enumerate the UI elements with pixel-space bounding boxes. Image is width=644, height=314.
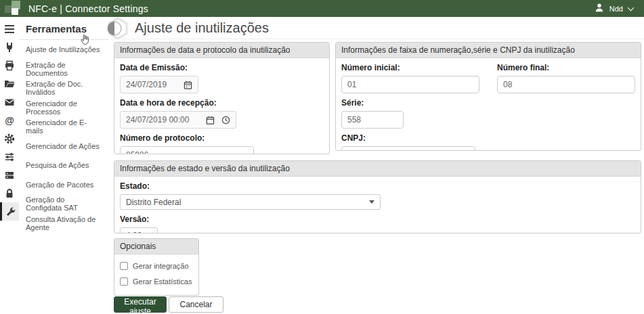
user-name: Ndd <box>609 5 623 13</box>
sidebar: Ferramentas Ajuste de Inutilizações Extr… <box>19 17 108 314</box>
sidebar-item-gerenciador-de-emails[interactable]: Gerenciador de E-mails <box>19 117 108 137</box>
sidebar-item-extracao-de-documentos[interactable]: Extração de Documentos <box>19 60 108 79</box>
emissao-label: Data de Emissão: <box>120 63 324 72</box>
protocolo-input[interactable] <box>120 146 254 154</box>
clock-icon[interactable] <box>221 116 230 125</box>
panel-date-protocol-header: Informações de data e protocolo da inuti… <box>114 43 329 58</box>
svg-text:@: @ <box>5 115 14 126</box>
numero-inicial-label: Número inicial: <box>341 63 479 72</box>
recepcao-label: Data e hora de recepção: <box>120 98 324 108</box>
app-title: NFC-e | Connector Settings <box>28 3 148 14</box>
user-icon <box>595 3 604 15</box>
protocolo-label: Número de protocolo: <box>120 133 324 143</box>
sidebar-item-geracao-do-configdata-sat[interactable]: Geração do Configdata SAT <box>19 194 108 214</box>
sidebar-header: Ferramentas <box>19 17 108 40</box>
sidebar-item-gerenciador-de-processos[interactable]: Gerenciador de Processos <box>19 98 108 118</box>
topbar: NFC-e | Connector Settings Ndd <box>0 0 644 17</box>
printer-icon[interactable] <box>0 56 19 74</box>
calendar-icon[interactable] <box>184 81 192 89</box>
numero-final-label: Número final: <box>497 63 635 72</box>
panel-estado-header: Informações de estado e versão da inutil… <box>114 161 641 177</box>
calendar-icon[interactable] <box>206 116 215 125</box>
ndd-logo-icon <box>4 0 24 17</box>
serie-input[interactable] <box>341 111 404 129</box>
emissao-date-input[interactable] <box>120 76 198 93</box>
estado-select[interactable]: Distrito Federal <box>120 194 381 210</box>
panel-faixa-header: Informações de faixa de numeração,série … <box>336 43 641 58</box>
estado-label: Estado: <box>120 181 635 191</box>
dropdown-arrow-icon <box>369 200 374 204</box>
sliders-icon[interactable] <box>0 148 19 166</box>
recepcao-datetime-input[interactable] <box>120 111 236 129</box>
gerar-integracao-label: Gerar integração <box>133 262 189 270</box>
recepcao-datetime-value[interactable] <box>126 115 199 125</box>
sidebar-item-pesquisa-de-acoes[interactable]: Pesquisa de Ações <box>19 156 108 175</box>
gerar-estatisticas-label: Gerar Estatísticas <box>133 277 192 286</box>
gerar-estatisticas-checkbox-row[interactable]: Gerar Estatísticas <box>120 277 193 286</box>
panel-estado-versao: Informações de estado e versão da inutil… <box>114 160 641 233</box>
estado-selected-value: Distrito Federal <box>126 198 181 207</box>
panel-opcionais-header: Opcionais <box>114 239 198 254</box>
title-divider <box>110 39 644 39</box>
gerar-integracao-checkbox[interactable] <box>120 262 128 270</box>
emissao-date-value[interactable] <box>126 80 177 89</box>
versao-select[interactable]: 4.00 <box>120 227 158 233</box>
icon-rail: @ <box>0 17 19 314</box>
sidebar-item-ajuste-de-inutilizacoes[interactable]: Ajuste de Inutilizações <box>19 40 108 60</box>
panel-date-protocol: Informações de data e protocolo da inuti… <box>114 42 330 154</box>
chevron-down-icon <box>628 4 635 11</box>
sidebar-item-extracao-de-doc-invalidos[interactable]: Extração de Doc. Inválidos <box>19 78 108 98</box>
serie-label: Série: <box>341 98 635 108</box>
app-window: NFC-e | Connector Settings Ndd @ <box>0 0 644 314</box>
cancelar-button[interactable]: Cancelar <box>169 296 223 313</box>
sidebar-item-consulta-ativacao-de-agente[interactable]: Consulta Ativação de Agente <box>19 214 108 233</box>
server-icon[interactable] <box>0 166 19 184</box>
folder-icon[interactable] <box>0 74 19 93</box>
cnpj-label: CNPJ: <box>341 133 635 143</box>
plug-icon[interactable] <box>0 38 19 56</box>
gerar-estatisticas-checkbox[interactable] <box>120 277 128 286</box>
executar-ajuste-button[interactable]: Executar ajuste <box>114 296 167 313</box>
lock-icon[interactable] <box>0 184 19 202</box>
numero-final-input[interactable] <box>497 76 635 93</box>
panel-opcionais: Opcionais Gerar integração Gerar Estatís… <box>114 238 199 296</box>
sidebar-item-geracao-de-pacotes[interactable]: Geração de Pacotes <box>19 175 108 195</box>
gerar-integracao-checkbox-row[interactable]: Gerar integração <box>120 262 193 270</box>
cnpj-input[interactable] <box>341 146 475 151</box>
user-menu[interactable]: Ndd <box>595 3 633 15</box>
mail-icon[interactable] <box>0 93 19 111</box>
page-title: Ajuste de inutilizações <box>135 20 269 36</box>
versao-label: Versão: <box>120 215 635 224</box>
versao-selected-value: 4.00 <box>126 231 142 234</box>
wrench-icon[interactable] <box>0 202 19 221</box>
menu-icon[interactable] <box>0 20 19 38</box>
at-sign-icon[interactable]: @ <box>0 111 19 129</box>
gear-icon[interactable] <box>0 129 19 148</box>
panel-faixa-numeracao: Informações de faixa de numeração,série … <box>335 42 641 151</box>
numero-inicial-input[interactable] <box>341 76 479 93</box>
sidebar-item-gerenciador-de-acoes[interactable]: Gerenciador de Ações <box>19 137 108 156</box>
